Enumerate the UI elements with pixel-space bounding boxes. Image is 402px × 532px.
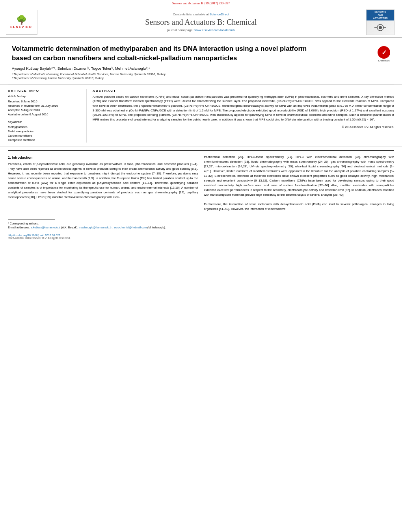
sciencedirect-link[interactable]: ScienceDirect bbox=[210, 13, 229, 16]
footnote-emails: E-mail addresses: a.kutluay@harran.edu.t… bbox=[8, 226, 394, 230]
available-date: Available online 6 August 2016 bbox=[8, 112, 82, 117]
email3-person: (M. Aslanoglu). bbox=[147, 226, 166, 229]
col-right: trochemical detection [20], HPLC-mass sp… bbox=[204, 155, 395, 212]
col-left: 1. Introduction Parabens, esters of p-hy… bbox=[8, 155, 198, 212]
abstract-text: A novel platform based on carbon nanofib… bbox=[93, 95, 394, 122]
contents-available: Contents lists available at ScienceDirec… bbox=[45, 13, 357, 16]
journal-bar: Sensors and Actuators B 239 (2017) 330–3… bbox=[0, 0, 402, 6]
article-header: Voltammetric determination of methylpara… bbox=[0, 38, 402, 85]
journal-homepage: journal homepage: www.elsevier.com/locat… bbox=[45, 28, 357, 32]
footnote-corresponding: * Corresponding authors. bbox=[8, 222, 394, 226]
article-info-title: ARTICLE INFO bbox=[8, 89, 82, 93]
introduction-paragraph-1: Parabens, esters of p-hydrobenzoic acid,… bbox=[8, 162, 198, 200]
affiliation-a: ᵃ Department of Medical Laboratory, Voca… bbox=[12, 72, 374, 76]
article-info-abstract-section: ARTICLE INFO Article history: Received 6… bbox=[0, 85, 402, 147]
email1-link[interactable]: a.kutluay@harran.edu.tr bbox=[31, 226, 60, 229]
journal-title: Sensors and Actuators B: Chemical bbox=[45, 18, 357, 27]
right-col-text: trochemical detection [20], HPLC-mass sp… bbox=[204, 155, 395, 212]
keywords-label: Keywords: bbox=[8, 120, 82, 124]
elsevier-tree-icon: 🌳 bbox=[16, 16, 27, 24]
page: Sensors and Actuators B 239 (2017) 330–3… bbox=[0, 0, 402, 532]
article-info: ARTICLE INFO Article history: Received 6… bbox=[8, 89, 87, 143]
affiliations: ᵃ Department of Medical Laboratory, Voca… bbox=[12, 72, 374, 80]
email2-comma: , bbox=[112, 226, 113, 229]
email-label: E-mail addresses: bbox=[8, 226, 30, 229]
crossmark-icon: ✓ bbox=[378, 46, 390, 59]
footnote-divider bbox=[8, 219, 55, 220]
history-label: Article history: bbox=[8, 95, 82, 98]
keywords-section: Keywords: Methylparaben Metal nanopartic… bbox=[8, 120, 82, 143]
homepage-link[interactable]: www.elsevier.com/locate/snb bbox=[194, 28, 234, 32]
received-date: Received 6 June 2016 bbox=[8, 99, 82, 104]
keyword-3: Carbon nanofibers bbox=[8, 133, 82, 138]
sensors-logo: SENSORS AND ACTUATORS bbox=[366, 9, 395, 35]
header-center: Contents lists available at ScienceDirec… bbox=[37, 13, 365, 32]
crossmark-label: CrossMark bbox=[378, 59, 390, 62]
svg-point-1 bbox=[379, 26, 382, 29]
crossmark: ✓ CrossMark bbox=[378, 46, 390, 62]
sensors-logo-box: SENSORS AND ACTUATORS bbox=[365, 9, 396, 35]
abstract-title: ABSTRACT bbox=[93, 89, 394, 93]
keyword-2: Metal nanoparticles bbox=[8, 129, 82, 133]
elsevier-logo: 🌳 ELSEVIER bbox=[6, 10, 37, 35]
accepted-date: Accepted 5 August 2016 bbox=[8, 108, 82, 112]
email2-link[interactable]: maslanoglu@harran.edu.tr bbox=[79, 226, 112, 229]
article-title: Voltammetric determination of methylpara… bbox=[12, 44, 307, 63]
sensors-logo-text: SENSORS AND ACTUATORS bbox=[367, 10, 394, 20]
revised-date: Received in revised form 31 July 2016 bbox=[8, 104, 82, 108]
header-area: 🌳 ELSEVIER Contents lists available at S… bbox=[0, 6, 402, 38]
keyword-4: Composite electrode bbox=[8, 138, 82, 142]
bottom-bar: http://dx.doi.org/10.1016/j.snb.2016.08.… bbox=[0, 232, 402, 241]
copyright: © 2016 Elsevier B.V. All rights reserved… bbox=[93, 125, 394, 129]
issn-text: 0925-4005/© 2016 Elsevier B.V. All right… bbox=[8, 237, 71, 239]
introduction-title: 1. Introduction bbox=[8, 156, 198, 159]
elsevier-logo-box: 🌳 ELSEVIER bbox=[6, 10, 37, 35]
footnote-area: * Corresponding authors. E-mail addresse… bbox=[0, 216, 402, 232]
main-content: 1. Introduction Parabens, esters of p-hy… bbox=[0, 151, 402, 216]
email3-link[interactable]: eurochemist@hotmail.com bbox=[114, 226, 147, 229]
sensors-logo-icon bbox=[367, 20, 394, 35]
doi-link[interactable]: http://dx.doi.org/10.1016/j.snb.2016.08.… bbox=[8, 234, 60, 237]
affiliation-b: ᵇ Department of Chemistry, Harran Univer… bbox=[12, 76, 374, 80]
journal-citation: Sensors and Actuators B 239 (2017) 330–3… bbox=[172, 2, 230, 5]
keyword-1: Methylparaben bbox=[8, 125, 82, 129]
elsevier-label: ELSEVIER bbox=[10, 25, 32, 29]
abstract-section: ABSTRACT A novel platform based on carbo… bbox=[93, 89, 394, 143]
email1-person: (A.K. Baytak), bbox=[61, 226, 78, 229]
footnote-star: * Corresponding authors. bbox=[8, 222, 39, 225]
authors: Aysegul Kutluay Baytakᵃˉ*, Sehriban Duzm… bbox=[12, 66, 374, 70]
elsevier-logo-image: 🌳 ELSEVIER bbox=[7, 11, 35, 33]
